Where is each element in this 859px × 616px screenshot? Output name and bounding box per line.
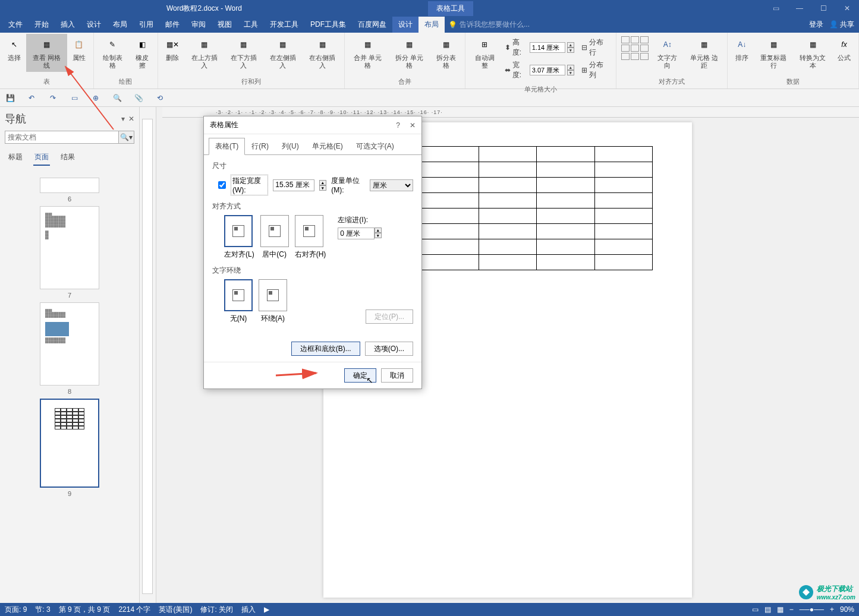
qat-icon-4[interactable]: 📎 [133, 94, 144, 102]
share-button[interactable]: 👤 共享 [829, 20, 854, 30]
tab-row[interactable]: 行(R) [245, 138, 275, 155]
alignment-grid[interactable] [619, 34, 651, 62]
status-language[interactable]: 英语(美国) [159, 605, 192, 615]
dialog-help-icon[interactable]: ? [396, 121, 400, 129]
menu-review[interactable]: 审阅 [185, 17, 212, 33]
width-input[interactable] [530, 65, 565, 75]
view-print-icon[interactable]: ▤ [764, 605, 771, 614]
width-spinner[interactable]: ▴▾ [567, 65, 574, 75]
insert-below-button[interactable]: ▦在下方插入 [224, 34, 263, 72]
menu-table-layout[interactable]: 布局 [419, 17, 445, 33]
save-icon[interactable]: 💾 [5, 94, 15, 102]
login-button[interactable]: 登录 [809, 20, 823, 30]
formula-button[interactable]: fx公式 [832, 34, 856, 64]
zoom-in-icon[interactable]: + [830, 605, 834, 614]
zoom-level[interactable]: 90% [840, 605, 854, 614]
wrap-around-option[interactable]: 环绕(A) [259, 279, 287, 324]
spec-width-checkbox[interactable] [218, 181, 226, 189]
nav-close-icon[interactable]: ✕ [128, 115, 134, 123]
indent-input[interactable] [338, 228, 375, 239]
repeat-header-button[interactable]: ▦重复标题行 [754, 34, 793, 72]
align-left-option[interactable]: 左对齐(L) [224, 215, 254, 260]
align-center-option[interactable]: 居中(C) [260, 215, 289, 260]
menu-references[interactable]: 引用 [133, 17, 159, 33]
minimize-icon[interactable]: — [788, 0, 811, 17]
zoom-out-icon[interactable]: − [789, 605, 794, 614]
menu-view[interactable]: 视图 [212, 17, 238, 33]
view-read-icon[interactable]: ▭ [752, 605, 759, 614]
convert-text-button[interactable]: ▦转换为文本 [793, 34, 832, 72]
tab-alt-text[interactable]: 可选文字(A) [350, 138, 401, 155]
qat-icon-1[interactable]: ▭ [69, 94, 80, 102]
insert-left-button[interactable]: ▦在左侧插入 [263, 34, 303, 72]
nav-search-input[interactable] [5, 131, 119, 144]
menu-tools[interactable]: 工具 [238, 17, 264, 33]
menu-mailings[interactable]: 邮件 [159, 17, 185, 33]
insert-right-button[interactable]: ▦在右侧插入 [303, 34, 342, 72]
status-track[interactable]: 修订: 关闭 [200, 605, 233, 615]
indent-spinner[interactable]: ▴▾ [375, 228, 382, 239]
status-page-count[interactable]: 第 9 页，共 9 页 [59, 605, 111, 615]
qat-icon-3[interactable]: 🔍 [112, 94, 122, 102]
zoom-slider[interactable]: ──●── [800, 605, 824, 614]
status-insert[interactable]: 插入 [241, 605, 256, 615]
split-cells-button[interactable]: ▦拆分 单元格 [389, 34, 430, 72]
align-right-option[interactable]: 右对齐(H) [295, 215, 326, 260]
split-table-button[interactable]: ▦拆分表格 [430, 34, 462, 72]
unit-select[interactable]: 厘米 [370, 179, 413, 191]
status-page[interactable]: 页面: 9 [5, 605, 27, 615]
status-macro-icon[interactable]: ▶ [264, 605, 269, 614]
border-shading-button[interactable]: 边框和底纹(B)... [291, 342, 360, 356]
tell-me-input[interactable]: 💡告诉我您想要做什么... [448, 20, 530, 30]
draw-table-button[interactable]: ✎绘制表格 [96, 34, 129, 72]
height-spinner[interactable]: ▴▾ [567, 42, 574, 53]
qat-icon-2[interactable]: ⊕ [90, 94, 101, 102]
close-icon[interactable]: ✕ [835, 0, 859, 17]
qat-icon-5[interactable]: ⟲ [155, 94, 165, 102]
menu-file[interactable]: 文件 [2, 17, 29, 33]
menu-baidu[interactable]: 百度网盘 [352, 17, 392, 33]
eraser-button[interactable]: ◧橡皮擦 [129, 34, 156, 72]
status-word-count[interactable]: 2214 个字 [118, 605, 150, 615]
menu-insert[interactable]: 插入 [55, 17, 81, 33]
wrap-none-option[interactable]: 无(N) [224, 279, 253, 324]
distribute-cols-button[interactable]: ⊞分布列 [579, 59, 612, 81]
menu-developer[interactable]: 开发工具 [264, 17, 304, 33]
page-thumbnail-8[interactable]: ████████████████████████████████████████… [7, 302, 132, 395]
menu-table-design[interactable]: 设计 [392, 17, 419, 33]
nav-dropdown-icon[interactable]: ▾ [121, 115, 125, 123]
properties-button[interactable]: 📋属性 [67, 34, 91, 64]
distribute-rows-button[interactable]: ⊟分布行 [579, 36, 612, 59]
tab-table[interactable]: 表格(T) [209, 138, 245, 155]
tab-column[interactable]: 列(U) [275, 138, 306, 155]
maximize-icon[interactable]: ☐ [811, 0, 835, 17]
menu-design[interactable]: 设计 [81, 17, 107, 33]
page-thumbnail-6[interactable]: 6 [7, 178, 132, 203]
menu-pdf[interactable]: PDF工具集 [304, 17, 352, 33]
nav-tab-results[interactable]: 结果 [59, 150, 76, 166]
ribbon-display-icon[interactable]: ▭ [764, 0, 788, 17]
height-input[interactable] [530, 42, 565, 53]
search-icon[interactable]: 🔍▾ [119, 131, 134, 144]
page-thumbnail-9[interactable]: 9 [7, 399, 132, 497]
ok-button[interactable]: 确定 [344, 368, 376, 383]
select-button[interactable]: ↖选择 [2, 34, 26, 64]
merge-cells-button[interactable]: ▦合并 单元格 [347, 34, 388, 72]
nav-tab-pages[interactable]: 页面 [33, 150, 50, 166]
width-value-spinner[interactable]: ▴▾ [319, 180, 326, 191]
cancel-button[interactable]: 取消 [381, 368, 413, 383]
tab-cell[interactable]: 单元格(E) [306, 138, 350, 155]
undo-icon[interactable]: ↶ [26, 94, 37, 102]
view-web-icon[interactable]: ▦ [777, 605, 784, 614]
width-value-input[interactable] [273, 179, 314, 191]
text-direction-button[interactable]: A↕文字方向 [651, 34, 684, 72]
view-gridlines-button[interactable]: ▦查看 网格线 [26, 34, 67, 72]
delete-button[interactable]: ▦✕删除 [161, 34, 184, 64]
page-thumbnail-7[interactable]: ████████████████████████████████████████… [7, 206, 132, 299]
redo-icon[interactable]: ↷ [48, 94, 58, 102]
menu-home[interactable]: 开始 [29, 17, 55, 33]
cell-margins-button[interactable]: ▦单元格 边距 [684, 34, 725, 72]
sort-button[interactable]: A↓排序 [730, 34, 754, 64]
options-button[interactable]: 选项(O)... [365, 342, 413, 356]
dialog-close-icon[interactable]: ✕ [410, 121, 416, 129]
